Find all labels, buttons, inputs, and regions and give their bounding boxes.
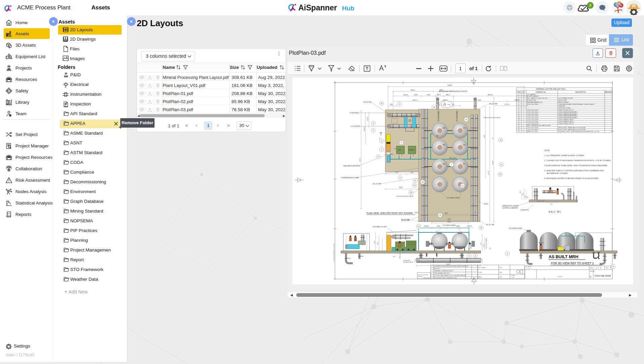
svg-text:CONDUITS: CONDUITS (520, 209, 528, 211)
svg-text:305: 305 (390, 104, 393, 105)
svg-text:sds No.: sds No. (418, 276, 423, 277)
svg-text:5. BACKWASH WATER TO BE RETURN: 5. BACKWASH WATER TO BE RETURNED TO FLOW… (544, 177, 598, 179)
svg-text:10: 10 (500, 139, 502, 141)
svg-text:GENERAL UPDATE AS BUILT: GENERAL UPDATE AS BUILT (434, 270, 453, 272)
svg-text:12: 12 (414, 180, 416, 181)
svg-text:3619.2: 3619.2 (413, 99, 417, 101)
svg-text:580.2: 580.2 (446, 94, 450, 96)
svg-text:F1: F1 (463, 163, 465, 165)
svg-text:Rev.: Rev. (606, 267, 609, 269)
svg-text:F3: F3 (463, 127, 465, 129)
svg-text:DN300 HEADER ASSEMBLY: DN300 HEADER ASSEMBLY (558, 113, 578, 115)
svg-text:Drg No.: Drg No. (590, 270, 595, 272)
svg-text:9: 9 (373, 123, 374, 124)
svg-text:3052: 3052 (478, 99, 481, 101)
svg-text:FUTURE UV UNIT: FUTURE UV UNIT (373, 226, 387, 228)
svg-text:1825: 1825 (522, 192, 524, 196)
svg-text:SHINMAYWA ARS 100: SHINMAYWA ARS 100 (527, 101, 542, 103)
svg-text:AiSpanner: AiSpanner (298, 3, 337, 12)
svg-text:3: 3 (399, 103, 400, 105)
svg-text:DN300 HEADER ASSEMBLY: DN300 HEADER ASSEMBLY (558, 111, 578, 113)
svg-text:F5: F5 (443, 144, 445, 146)
svg-text:426: 426 (524, 195, 526, 198)
svg-text:FUTURE FILTERS: FUTURE FILTERS (447, 197, 460, 199)
svg-text:15: 15 (480, 227, 482, 229)
svg-text:15: 15 (518, 121, 520, 123)
svg-text:Appd: Appd (478, 276, 482, 278)
svg-text:V214-Y56: V214-Y56 (423, 277, 430, 279)
svg-text:1096.6: 1096.6 (424, 225, 429, 227)
svg-text:16000: 16000 (492, 161, 493, 165)
svg-text:UV CABINET: UV CABINET (527, 94, 536, 95)
svg-text:Scale:: Scale: (511, 274, 515, 276)
svg-text:2540: 2540 (374, 240, 375, 244)
svg-text:1220.4: 1220.4 (467, 225, 472, 227)
svg-text:DESCRIPTION: DESCRIPTION (575, 91, 586, 93)
svg-text:ANSI 150 x150L: ANSI 150 x150L (527, 131, 538, 132)
svg-text:16: 16 (518, 123, 520, 125)
svg-text:V214-Y56-12004: V214-Y56-12004 (527, 117, 539, 119)
svg-text:787.5: 787.5 (437, 94, 441, 96)
svg-text:600: 600 (550, 203, 553, 205)
svg-text:RL 117.065: RL 117.065 (401, 220, 410, 221)
svg-text:NOTE:: NOTE: (544, 149, 550, 151)
svg-text:A-A ( 1 : 50 ): A-A ( 1 : 50 ) (549, 211, 561, 213)
svg-text:QTY: QTY (522, 91, 525, 93)
svg-text:V214-Y56-12009: V214-Y56-12009 (527, 123, 539, 125)
svg-text:5504: 5504 (447, 221, 451, 223)
svg-text:FLEXIBLE JOINTS ADDED FOR BL.R: FLEXIBLE JOINTS ADDED FOR BL.RM WB DRG V… (434, 265, 469, 267)
svg-text:6534.6: 6534.6 (488, 94, 492, 96)
svg-text:FOR 3D VIEW REF TO SHEET 2: FOR 3D VIEW REF TO SHEET 2 (551, 262, 594, 265)
svg-text:146 ref: 146 ref (416, 259, 420, 261)
svg-text:ud-rout: ud-rout (558, 276, 562, 277)
svg-text:MATERIAL LIST FOR ONE UNIT ONL: MATERIAL LIST FOR ONE UNIT ONLY (536, 88, 566, 90)
svg-text:2622: 2622 (483, 244, 484, 247)
svg-text:15: 15 (499, 174, 501, 175)
svg-text:8: 8 (373, 130, 374, 131)
svg-text:18: 18 (422, 181, 424, 183)
svg-text:11: 11 (518, 113, 520, 115)
svg-text:SUPPORT PLATE: SUPPORT PLATE (558, 107, 570, 109)
svg-text:14: 14 (418, 226, 420, 227)
svg-text:FLEXIBLE JOINT- CHALLENGER MOD: FLEXIBLE JOINT- CHALLENGER MODEL AF/600S… (558, 131, 599, 132)
svg-text:AS BUILT MRH: AS BUILT MRH (549, 255, 578, 259)
svg-text:V214-Y56-12008: V214-Y56-12008 (527, 119, 539, 121)
svg-text:19: 19 (410, 192, 412, 193)
svg-text:1747.4: 1747.4 (505, 104, 509, 105)
svg-text:UV BYPASS: UV BYPASS (349, 112, 358, 114)
svg-text:4: 4 (451, 164, 452, 166)
svg-text:RL117.058: RL117.058 (489, 103, 497, 105)
svg-text:Date: Date (499, 267, 503, 268)
svg-text:V214-Y56-10000: V214-Y56-10000 (595, 275, 611, 277)
svg-text:5: 5 (401, 142, 402, 144)
svg-text:DN300 PIPING SPOOL: DN300 PIPING SPOOL (558, 109, 574, 111)
svg-text:1485: 1485 (483, 135, 485, 138)
svg-text:18: 18 (518, 127, 520, 128)
svg-text:2201: 2201 (519, 190, 521, 193)
svg-text:RELEASE VALVE: RELEASE VALVE (403, 262, 414, 263)
svg-text:6: 6 (528, 266, 529, 268)
svg-text:TOP OF FILTERS: TOP OF FILTERS (485, 238, 487, 249)
svg-text:14: 14 (518, 119, 520, 121)
svg-text:1:50: 1:50 (511, 276, 514, 278)
svg-text:F4: F4 (443, 163, 445, 165)
svg-text:CONTROL CABINETS: CONTROL CABINETS (502, 207, 518, 209)
svg-text:V214-Y56-12005: V214-Y56-12005 (527, 109, 539, 111)
svg-text:F6: F6 (443, 127, 445, 129)
svg-text:1206: 1206 (437, 225, 440, 227)
svg-text:Date: Date (499, 276, 503, 278)
svg-text:1798.5: 1798.5 (367, 117, 369, 121)
svg-text:PRESSURE RELIEF VALVE: PRESSURE RELIEF VALVE (396, 195, 414, 197)
svg-text:RL 117.055: RL 117.055 (486, 224, 495, 226)
svg-text:PRELIMINARY AS BUILT: PRELIMINARY AS BUILT (434, 272, 450, 274)
svg-text:V214-Y56-12008: V214-Y56-12008 (527, 121, 539, 123)
svg-text:FRP FILTER: FRP FILTER (558, 99, 567, 101)
svg-text:AIR 100mm: AIR 100mm (449, 157, 457, 159)
svg-text:10: 10 (518, 111, 520, 113)
svg-text:V214-Y56-12002: V214-Y56-12002 (527, 113, 539, 115)
svg-text:FILTER BANKS: FILTER BANKS (438, 110, 439, 121)
svg-text:FUTURE FILTER: FUTURE FILTER (509, 227, 522, 229)
svg-text:DN300 PIPING SPOOL: DN300 PIPING SPOOL (558, 123, 574, 125)
svg-text:200: 200 (393, 256, 395, 257)
svg-text:FRP FILTER - BEBEL Aquasafe FU: FRP FILTER - BEBEL Aquasafe FUTURE (558, 129, 586, 130)
